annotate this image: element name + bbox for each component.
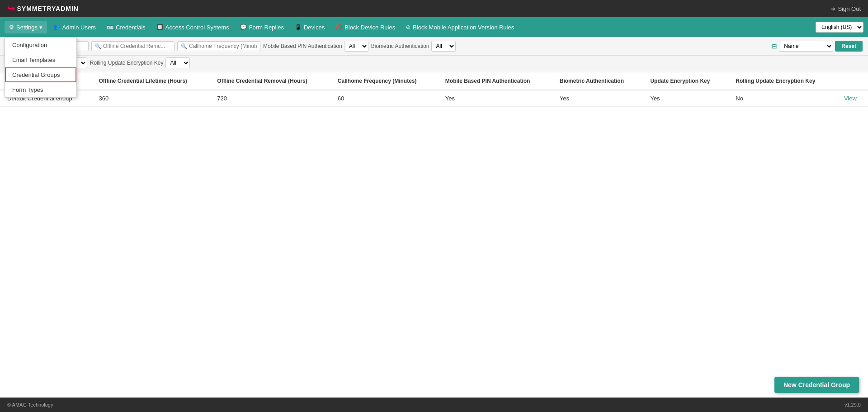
col-biometric: Biometric Authentication [552,72,643,90]
logo-text: SYMMETRYADMIN [17,5,79,12]
cell-update-enc: Yes [643,90,728,107]
search-callhome[interactable]: 🔍 [177,41,260,51]
copyright-text: © AMAG Technology [7,402,53,407]
nav-block-mobile-rules[interactable]: ⊘ Block Mobile Application Version Rules [401,21,519,33]
cell-offline-removal: 720 [210,90,330,107]
menu-credential-groups[interactable]: Credential Groups [5,67,76,82]
language-select[interactable]: English (US) Spanish French [816,22,863,33]
mobile-pin-filter-group: Mobile Based PIN Authentication All Yes … [263,41,368,52]
col-rolling-enc: Rolling Update Encryption Key [728,72,837,90]
search-icon-3: 🔍 [181,43,187,49]
nav-items: ⚙ Settings ▾ 👥 Admin Users 🪪 Credentials… [5,21,519,33]
sign-out-button[interactable]: ➔ Sign Out [830,5,861,12]
block-mobile-rules-icon: ⊘ [406,24,410,30]
nav-devices-label: Devices [304,24,325,31]
menu-form-types[interactable]: Form Types [5,82,76,97]
nav-credentials-label: Credentials [116,24,146,31]
sort-select[interactable]: Name [779,41,833,52]
nav-admin-users[interactable]: 👥 Admin Users [49,21,100,33]
rolling-enc-filter-group: Rolling Update Encryption Key All Yes No [90,57,190,68]
nav-block-device-rules-label: Block Device Rules [344,24,395,31]
rolling-enc-filter-label: Rolling Update Encryption Key [90,60,164,66]
col-offline-removal: Offline Credential Removal (Hours) [210,72,330,90]
sort-group: ⊟ Name Reset [772,41,863,52]
rolling-enc-filter-select[interactable]: All Yes No [165,57,190,68]
reset-button[interactable]: Reset [835,41,863,52]
search-callhome-input[interactable] [189,43,257,49]
biometric-filter-select[interactable]: All Yes No [431,41,456,52]
nav-form-replies[interactable]: 💬 Form Replies [236,21,288,33]
search-offline-removal-input[interactable] [103,43,171,49]
nav-admin-users-label: Admin Users [62,24,96,31]
nav-block-mobile-rules-label: Block Mobile Application Version Rules [413,24,514,31]
filter-bar-2: Update Encryption Key All Yes No Rolling… [0,56,868,72]
logo-icon: ↪ [7,4,15,13]
logo: ↪ SYMMETRYADMIN [7,4,79,13]
devices-icon: 📱 [295,24,302,30]
view-link[interactable]: View [844,95,857,102]
bottom-bar: © AMAG Technology v1.29.0 [0,398,868,412]
col-mobile-pin: Mobile Based PIN Authentication [438,72,552,90]
nav-access-control[interactable]: 🔲 Access Control Systems [152,21,234,33]
cell-callhome: 60 [330,90,438,107]
biometric-filter-group: Biometric Authentication All Yes No [371,41,456,52]
sign-out-label: Sign Out [838,5,861,12]
block-device-rules-icon: 🚫 [335,24,342,30]
search-offline-removal[interactable]: 🔍 [91,41,175,51]
cell-rolling-enc: No [728,90,837,107]
table-header-row: Name Offline Credential Lifetime (Hours)… [0,72,868,90]
sort-icon: ⊟ [772,43,777,50]
col-offline-lifetime: Offline Credential Lifetime (Hours) [91,72,210,90]
menu-configuration[interactable]: Configuration [5,38,76,52]
access-control-icon: 🔲 [156,24,163,30]
nav-form-replies-label: Form Replies [249,24,284,31]
nav-settings[interactable]: ⚙ Settings ▾ [5,21,47,33]
credentials-icon: 🪪 [107,24,113,30]
cell-biometric: Yes [552,90,643,107]
filter-bar-1: 🔍 🔍 🔍 Mobile Based PIN Authentication Al… [0,37,868,56]
search-icon-2: 🔍 [95,43,101,49]
page-content: 🔍 🔍 🔍 Mobile Based PIN Authentication Al… [0,37,868,398]
cell-action[interactable]: View [837,90,868,107]
col-action [837,72,868,90]
top-bar: ↪ SYMMETRYADMIN ➔ Sign Out [0,0,868,17]
col-update-enc: Update Encryption Key [643,72,728,90]
col-callhome: Callhome Frequency (Minutes) [330,72,438,90]
mobile-pin-filter-label: Mobile Based PIN Authentication [263,43,342,49]
nav-access-control-label: Access Control Systems [165,24,229,31]
credential-groups-table: Name Offline Credential Lifetime (Hours)… [0,72,868,107]
nav-block-device-rules[interactable]: 🚫 Block Device Rules [331,21,400,33]
nav-devices[interactable]: 📱 Devices [290,21,329,33]
cell-offline-lifetime: 360 [91,90,210,107]
form-replies-icon: 💬 [240,24,247,30]
settings-dropdown: Configuration Email Templates Credential… [5,37,77,98]
settings-icon: ⚙ [9,24,14,30]
cell-mobile-pin: Yes [438,90,552,107]
mobile-pin-filter-select[interactable]: All Yes No [344,41,368,52]
menu-email-templates[interactable]: Email Templates [5,52,76,67]
nav-credentials[interactable]: 🪪 Credentials [102,21,150,33]
admin-users-icon: 👥 [53,24,60,30]
version-text: v1.29.0 [844,402,861,407]
language-selector[interactable]: English (US) Spanish French [816,22,863,33]
new-credential-group-button[interactable]: New Credential Group [774,377,859,393]
sign-out-icon: ➔ [830,5,835,12]
table-row: Default Credential Group 360 720 60 Yes … [0,90,868,107]
nav-settings-label: Settings ▾ [16,24,42,31]
credential-groups-table-container: Name Offline Credential Lifetime (Hours)… [0,72,868,107]
biometric-filter-label: Biometric Authentication [371,43,429,49]
nav-bar: ⚙ Settings ▾ 👥 Admin Users 🪪 Credentials… [0,17,868,37]
